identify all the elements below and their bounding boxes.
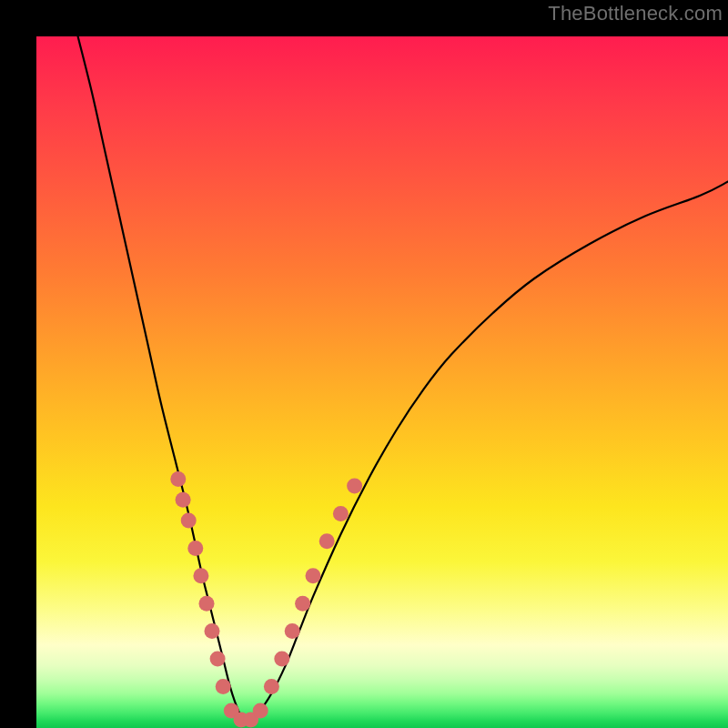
data-point [199,596,215,612]
data-point [347,479,362,494]
chart-frame: TheBottleneck.com [0,0,728,728]
data-point [319,533,335,549]
watermark-text: TheBottleneck.com [548,2,723,25]
data-point [274,652,289,667]
plot-area [36,36,728,728]
data-point [264,679,279,694]
bottleneck-curve [78,36,728,723]
data-point [176,492,191,508]
data-point [170,471,186,487]
data-point [285,623,300,639]
chart-svg [36,36,728,728]
data-point [187,541,203,556]
data-point [205,623,220,639]
data-point [216,679,231,694]
data-point [333,506,349,521]
data-point [306,568,321,583]
data-point [181,513,197,529]
data-points [170,471,362,728]
data-point [295,596,310,612]
data-point [210,652,226,667]
data-point [253,703,268,719]
data-point [193,568,208,583]
